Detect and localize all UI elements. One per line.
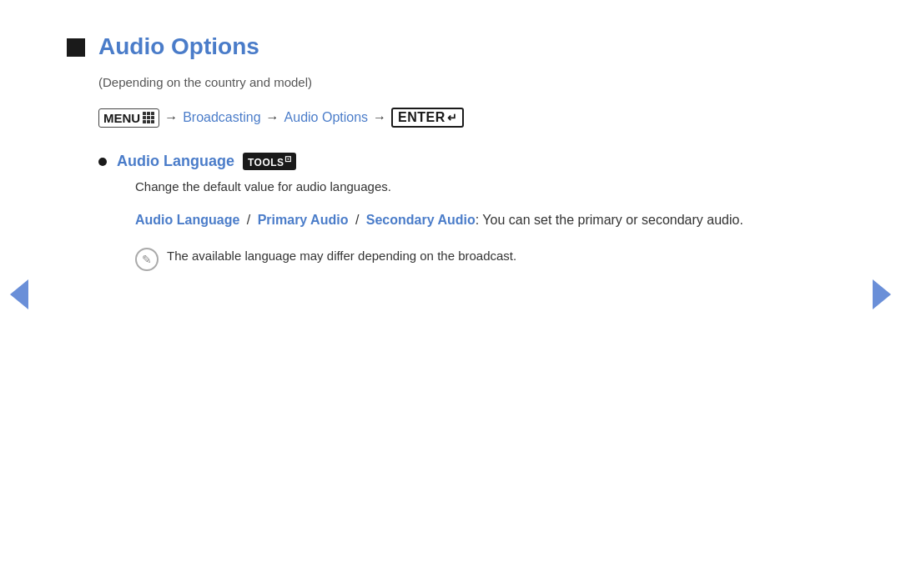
secondary-audio-link: Secondary Audio xyxy=(366,213,476,227)
description-text: Change the default value for audio langu… xyxy=(135,177,743,197)
note-text: The available language may differ depend… xyxy=(167,246,516,266)
menu-icon-label: MENU xyxy=(103,111,140,125)
breadcrumb-broadcasting: Broadcasting xyxy=(183,110,260,125)
bullet-section: Audio Language TOOLS⊡ Change the default… xyxy=(98,153,768,271)
audio-language-content: Audio Language TOOLS⊡ Change the default… xyxy=(117,153,743,271)
title-square-icon xyxy=(67,38,85,57)
audio-links-row: Audio Language / Primary Audio / Seconda… xyxy=(135,209,743,231)
enter-arrow-icon: ↵ xyxy=(447,111,458,124)
breadcrumb-sep-3: → xyxy=(373,110,386,125)
breadcrumb-enter-box: ENTER↵ xyxy=(391,108,464,128)
tools-icon: ⊡ xyxy=(284,154,292,163)
links-rest-text: : You can set the primary or secondary a… xyxy=(476,213,743,227)
audio-language-label: Audio Language xyxy=(117,153,234,170)
main-content: Audio Options (Depending on the country … xyxy=(0,0,834,314)
enter-label: ENTER xyxy=(398,110,445,125)
breadcrumb-sep-1: → xyxy=(164,110,178,125)
page-title: Audio Options xyxy=(98,33,259,60)
slash-2: / xyxy=(351,213,362,227)
title-row: Audio Options xyxy=(67,33,768,60)
menu-icon-box: MENU xyxy=(98,108,159,128)
menu-grid-icon xyxy=(143,112,154,123)
audio-language-item: Audio Language TOOLS⊡ Change the default… xyxy=(98,153,768,271)
tools-badge: TOOLS⊡ xyxy=(243,153,296,170)
breadcrumb-audio-options: Audio Options xyxy=(284,110,369,125)
bullet-dot-icon xyxy=(98,158,107,166)
nav-arrow-right[interactable] xyxy=(873,279,891,309)
breadcrumb-sep-2: → xyxy=(266,110,279,125)
subtitle: (Depending on the country and model) xyxy=(98,75,768,89)
note-icon: ✎ xyxy=(135,248,159,271)
audio-language-link: Audio Language xyxy=(135,213,239,227)
breadcrumb: MENU → Broadcasting → Audio Options → EN… xyxy=(98,108,768,128)
slash-1: / xyxy=(243,213,254,227)
primary-audio-link: Primary Audio xyxy=(258,213,349,227)
nav-arrow-left[interactable] xyxy=(10,279,28,309)
audio-language-title-row: Audio Language TOOLS⊡ xyxy=(117,153,743,170)
note-row: ✎ The available language may differ depe… xyxy=(135,246,743,271)
